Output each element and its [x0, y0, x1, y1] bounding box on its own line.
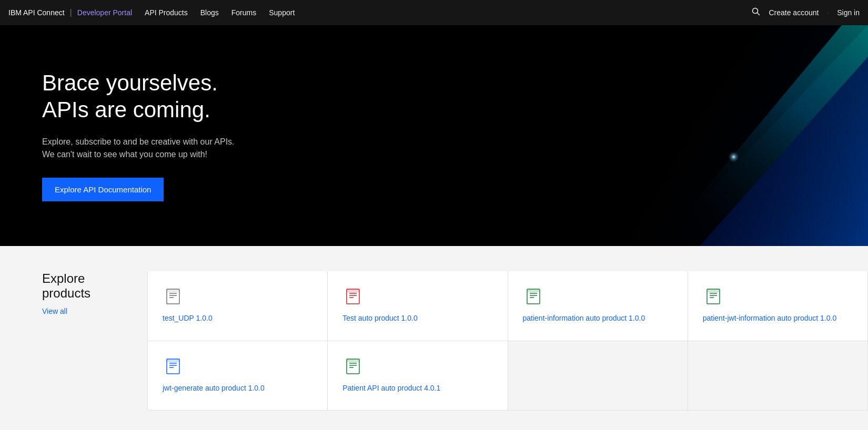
nav-link-api-products[interactable]: API Products	[145, 8, 188, 17]
product-card-empty-2	[688, 341, 868, 411]
hero-light-decoration	[500, 25, 868, 246]
nav-dot: ·	[827, 10, 829, 16]
products-section: Explore products View all test_UDP 1.0.0	[0, 246, 868, 430]
nav-link-forums[interactable]: Forums	[231, 8, 256, 17]
nav-separator: |	[70, 8, 72, 17]
nav-right: Create account · Sign in	[752, 7, 860, 18]
product-icon-test-udp	[163, 286, 184, 307]
svg-rect-11	[167, 289, 179, 292]
navbar: IBM API Connect | Developer Portal API P…	[0, 0, 868, 25]
product-icon-patient-jwt	[703, 286, 724, 307]
svg-rect-31	[167, 359, 179, 362]
hero-subtitle: Explore, subscribe to and be creative wi…	[42, 136, 235, 161]
product-card-jwt-generate[interactable]: jwt-generate auto product 1.0.0	[148, 341, 328, 411]
product-name-patient-api[interactable]: Patient API auto product 4.0.1	[342, 383, 492, 394]
hero-content: Brace yourselves. APIs are coming. Explo…	[0, 70, 277, 201]
svg-line-1	[758, 13, 760, 15]
view-all-link[interactable]: View all	[42, 307, 126, 315]
svg-point-6	[708, 132, 750, 175]
product-card-patient-api[interactable]: Patient API auto product 4.0.1	[328, 341, 508, 411]
product-card-test-auto[interactable]: Test auto product 1.0.0	[328, 271, 508, 341]
product-icon-jwt-generate	[163, 356, 184, 377]
svg-rect-36	[347, 359, 359, 362]
create-account-link[interactable]: Create account	[769, 8, 819, 17]
hero-title: Brace yourselves. APIs are coming.	[42, 70, 235, 123]
search-icon[interactable]	[752, 7, 760, 18]
sign-in-link[interactable]: Sign in	[837, 8, 860, 17]
nav-links: API Products Blogs Forums Support	[145, 8, 295, 17]
product-icon-patient-api	[342, 356, 364, 377]
nav-link-blogs[interactable]: Blogs	[200, 8, 219, 17]
product-card-patient-info[interactable]: patient-information auto product 1.0.0	[508, 271, 688, 341]
hero-section: Brace yourselves. APIs are coming. Explo…	[0, 25, 868, 246]
nav-brand-sub: Developer Portal	[77, 8, 132, 17]
nav-link-support[interactable]: Support	[269, 8, 295, 17]
svg-rect-16	[347, 289, 359, 292]
product-name-test-udp[interactable]: test_UDP 1.0.0	[163, 313, 312, 324]
explore-api-docs-button[interactable]: Explore API Documentation	[42, 178, 164, 201]
product-card-patient-jwt[interactable]: patient-jwt-information auto product 1.0…	[688, 271, 868, 341]
products-sidebar: Explore products View all	[0, 271, 147, 411]
nav-brand: IBM API Connect | Developer Portal	[8, 8, 132, 17]
product-name-jwt-generate[interactable]: jwt-generate auto product 1.0.0	[163, 383, 312, 394]
product-name-patient-info[interactable]: patient-information auto product 1.0.0	[523, 313, 673, 324]
product-card-test-udp[interactable]: test_UDP 1.0.0	[148, 271, 328, 341]
product-icon-patient-info	[523, 286, 544, 307]
product-name-test-auto[interactable]: Test auto product 1.0.0	[342, 313, 492, 324]
svg-rect-26	[707, 289, 720, 292]
nav-brand-main: IBM API Connect	[8, 8, 65, 17]
product-name-patient-jwt[interactable]: patient-jwt-information auto product 1.0…	[703, 313, 853, 324]
svg-rect-21	[527, 289, 540, 292]
product-icon-test-auto	[342, 286, 364, 307]
product-card-empty-1	[508, 341, 688, 411]
products-grid: test_UDP 1.0.0 Test auto product 1.0.0	[147, 271, 868, 411]
products-section-title: Explore products	[42, 271, 126, 301]
